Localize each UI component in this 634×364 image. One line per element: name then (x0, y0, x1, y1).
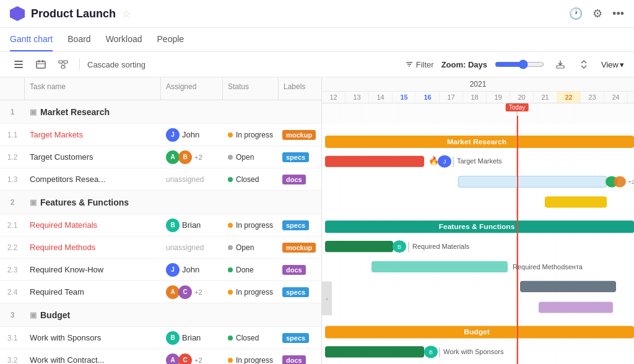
svg-rect-7 (59, 61, 63, 63)
tab-workload[interactable]: Workload (106, 28, 142, 51)
row-number: 1 (0, 108, 25, 116)
status-dot (228, 132, 233, 137)
svg-rect-43 (371, 261, 508, 272)
chevron-down-icon: ▾ (620, 60, 624, 69)
row-number: 2.4 (0, 288, 25, 297)
app-header: Product Launch ☆ 🕐 ⚙ ••• (0, 0, 634, 28)
gantt-day-17: 17 (440, 92, 463, 103)
status-dot (228, 177, 233, 182)
collapse-icon[interactable]: ▣ (30, 108, 37, 116)
svg-rect-30 (458, 176, 607, 187)
collapse-icon[interactable]: ▣ (30, 198, 37, 207)
avatar: B (178, 150, 192, 164)
svg-rect-24 (325, 156, 424, 167)
toolbar: Cascade sorting Filter Zoom: Days View ▾ (0, 52, 634, 77)
status-cell: Closed (223, 334, 279, 342)
row-number: 1.1 (0, 131, 25, 139)
col-taskname: Task name (25, 77, 161, 100)
export-icon[interactable] (552, 56, 569, 73)
header-right: 🕐 ⚙ ••• (569, 7, 624, 20)
today-marker: Today (517, 103, 540, 111)
history-icon[interactable]: 🕐 (569, 7, 583, 20)
svg-rect-15 (557, 66, 564, 68)
task-table: Task name Assigned Status Labels + 1 ▣ M… (0, 77, 322, 364)
nav-tabs: Gantt chart Board Workload People (0, 28, 634, 52)
zoom-slider[interactable] (495, 59, 544, 69)
col-assigned: Assigned (161, 77, 223, 100)
svg-rect-8 (64, 61, 67, 63)
assigned-cell: A C +2 (161, 285, 223, 299)
row-number: 1.3 (0, 175, 25, 184)
label-badge: docs (282, 175, 306, 184)
svg-text:J: J (443, 158, 446, 165)
extra-count: +2 (194, 357, 202, 364)
labels-cell: specs (279, 220, 321, 230)
gantt-day-22: 22 (557, 92, 581, 103)
svg-point-32 (614, 176, 626, 187)
status-text: Closed (236, 334, 259, 342)
svg-text:Required Materials: Required Materials (412, 243, 469, 249)
unassigned-label: unassigned (166, 243, 204, 252)
labels-cell: mockup (279, 243, 321, 253)
status-cell: In progress (223, 221, 279, 230)
gantt-day-14: 14 (369, 92, 393, 103)
status-cell: Closed (223, 175, 279, 184)
label-badge: specs (282, 220, 309, 230)
collapse-icon[interactable]: ▣ (30, 311, 37, 319)
favorite-icon[interactable]: ☆ (122, 8, 131, 20)
avatar: A (166, 353, 180, 365)
status-cell: Open (223, 243, 279, 252)
col-status: Status (223, 77, 279, 100)
hierarchy-icon[interactable] (54, 56, 72, 73)
zoom-label: Zoom: Days (441, 60, 487, 69)
row-number: 2 (0, 198, 25, 207)
gantt-year: 2021 (322, 77, 634, 92)
status-text: Done (236, 266, 254, 274)
label-badge: mockup (282, 130, 316, 140)
task-name: ▣ Budget (25, 310, 161, 320)
toolbar-divider (79, 58, 80, 71)
tab-people[interactable]: People (157, 28, 185, 51)
status-dot (228, 245, 233, 250)
labels-cell: docs (279, 265, 321, 275)
status-text: In progress (236, 288, 273, 297)
svg-rect-0 (14, 61, 23, 62)
assigned-cell: A C +2 (161, 353, 223, 365)
row-number: 3.1 (0, 334, 25, 342)
status-dot (228, 223, 233, 228)
svg-text:Features & Functions: Features & Functions (439, 223, 515, 230)
task-name: Work with Sponsors (25, 333, 161, 342)
status-text: In progress (236, 221, 273, 230)
avatar: B (166, 331, 180, 345)
gantt-day-12: 12 (322, 92, 345, 103)
status-text: In progress (236, 131, 273, 139)
row-number: 2.2 (0, 243, 25, 252)
more-icon[interactable]: ••• (612, 7, 624, 20)
extra-count: +2 (194, 154, 202, 161)
view-button[interactable]: View ▾ (601, 60, 624, 69)
svg-text:Market Research: Market Research (447, 138, 506, 145)
table-body: 1 ▣ Market Research ⋮ 1.1 Target Markets… (0, 100, 321, 364)
assigned-cell: J John (161, 128, 223, 142)
resize-icon[interactable] (576, 56, 594, 73)
avatar: B (166, 219, 180, 232)
list-view-icon[interactable] (10, 56, 27, 73)
assigned-cell: unassigned (161, 243, 223, 252)
assigned-cell: J John (161, 263, 223, 277)
unassigned-label: unassigned (166, 175, 204, 184)
task-name: ▣ Market Research (25, 107, 161, 117)
assigned-cell: B Brian (161, 331, 223, 345)
tab-board[interactable]: Board (67, 28, 90, 51)
tab-gantt-chart[interactable]: Gantt chart (10, 28, 53, 51)
label-badge: docs (282, 265, 306, 275)
task-name: Work with Contract... (25, 355, 161, 364)
gantt-day-23: 23 (581, 92, 604, 103)
status-cell: In progress (223, 356, 279, 365)
labels-cell: specs (279, 287, 321, 297)
gantt-day-15: 15 (393, 92, 416, 103)
filter-button[interactable]: Filter (405, 60, 434, 69)
table-row: 1.3 Competitors Resea... unassigned Clos… (0, 168, 321, 191)
settings-icon[interactable]: ⚙ (593, 7, 602, 20)
app-title: Product Launch (31, 7, 116, 20)
calendar-icon[interactable] (32, 56, 50, 73)
